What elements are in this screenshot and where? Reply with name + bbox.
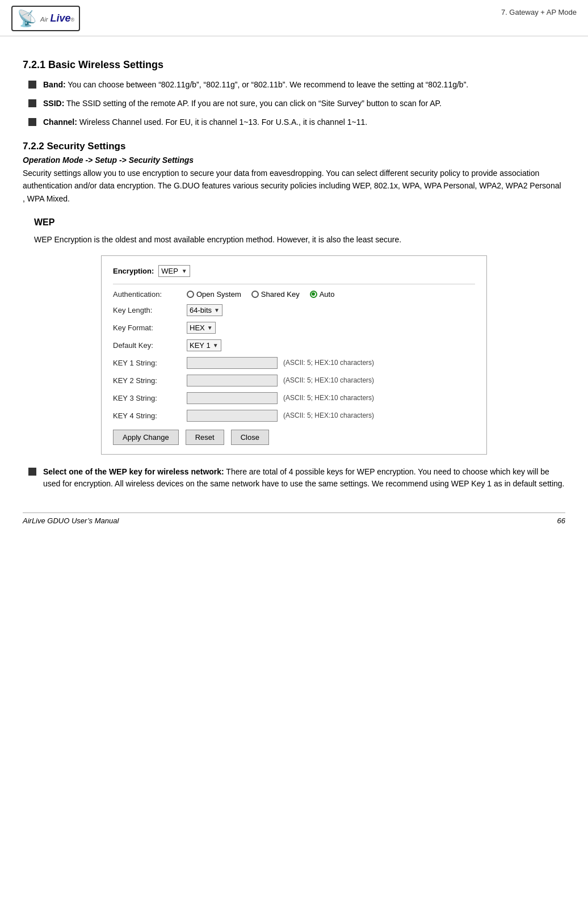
bullet-content-ssid: The SSID setting of the remote AP. If yo… [64, 99, 442, 108]
key-length-select[interactable]: 64-bits ▼ [187, 304, 222, 316]
antenna-icon: 📡 [17, 9, 37, 28]
logo-box: 📡 Air Live ® [11, 6, 80, 31]
bullet-text-channel: Channel: Wireless Channel used. For EU, … [43, 116, 565, 128]
bullet-band: Band: You can choose between “802.11g/b”… [28, 79, 565, 91]
bullet-label-select-wep: Select one of the WEP key for wireless n… [43, 467, 224, 476]
key3-hint: (ASCII: 5; HEX:10 characters) [283, 394, 374, 402]
section-7-2-2: 7.2.2 Security Settings Operation Mode -… [23, 141, 565, 205]
key-format-control: HEX ▼ [187, 322, 475, 334]
encryption-label: Encryption: [113, 267, 154, 275]
key-format-select[interactable]: HEX ▼ [187, 322, 216, 334]
page-header: 📡 Air Live ® 7. Gateway + AP Mode [0, 0, 588, 36]
key4-label: KEY 4 String: [113, 411, 187, 420]
key2-label: KEY 2 String: [113, 376, 187, 385]
section-7-2-2-title: 7.2.2 Security Settings [23, 141, 565, 152]
logo-air: Air [40, 16, 48, 23]
auth-radio-group: Open System Shared Key Auto [187, 290, 334, 299]
apply-change-button[interactable]: Apply Change [113, 430, 179, 445]
default-key-arrow-icon: ▼ [213, 342, 219, 348]
key2-row: KEY 2 String: (ASCII: 5; HEX:10 characte… [113, 375, 475, 387]
form-button-row: Apply Change Reset Close [113, 430, 475, 445]
footer-page-number: 66 [557, 516, 565, 525]
key-format-arrow-icon: ▼ [207, 325, 213, 331]
authentication-label: Authentication: [113, 290, 187, 299]
key-length-control: 64-bits ▼ [187, 304, 475, 316]
bullet-channel: Channel: Wireless Channel used. For EU, … [28, 116, 565, 128]
dropdown-arrow-icon: ▼ [182, 268, 187, 274]
encryption-select[interactable]: WEP ▼ [158, 265, 190, 277]
key3-input[interactable] [187, 392, 278, 404]
footer: AirLive GDUO User’s Manual 66 [23, 512, 565, 525]
radio-circle-shared [251, 291, 259, 298]
radio-shared-key[interactable]: Shared Key [251, 290, 300, 299]
key1-control: (ASCII: 5; HEX:10 characters) [187, 357, 475, 369]
key4-hint: (ASCII: 5; HEX:10 characters) [283, 411, 374, 419]
bullet-select-wep: Select one of the WEP key for wireless n… [28, 466, 565, 490]
default-key-label: Default Key: [113, 341, 187, 350]
bullet-square-band [28, 81, 36, 89]
key3-row: KEY 3 String: (ASCII: 5; HEX:10 characte… [113, 392, 475, 404]
auth-control-area: Open System Shared Key Auto [187, 290, 475, 299]
wep-form-box: Encryption: WEP ▼ Authentication: Open S… [101, 255, 487, 455]
key-format-row: Key Format: HEX ▼ [113, 322, 475, 334]
default-key-control: KEY 1 ▼ [187, 339, 475, 351]
wep-heading: WEP [34, 217, 565, 228]
close-button[interactable]: Close [231, 430, 269, 445]
bullet-text-select-wep: Select one of the WEP key for wireless n… [43, 466, 565, 490]
key-length-value: 64-bits [190, 306, 212, 314]
key1-hint: (ASCII: 5; HEX:10 characters) [283, 359, 374, 367]
logo-live: Live [50, 12, 70, 24]
key4-input[interactable] [187, 410, 278, 422]
radio-circle-auto [310, 291, 317, 298]
key2-input[interactable] [187, 375, 278, 387]
bullet-ssid: SSID: The SSID setting of the remote AP.… [28, 98, 565, 110]
bullet-content-band: You can choose between “802.11g/b”, “802… [66, 80, 469, 89]
radio-auto[interactable]: Auto [310, 290, 335, 299]
key2-hint: (ASCII: 5; HEX:10 characters) [283, 376, 374, 384]
key-length-label: Key Length: [113, 306, 187, 314]
authentication-row: Authentication: Open System Shared Key A… [113, 290, 475, 299]
wep-description: WEP Encryption is the oldest and most av… [34, 233, 565, 246]
encryption-row: Encryption: WEP ▼ [113, 265, 475, 277]
section-7-2-1: 7.2.1 Basic Wireless Settings Band: You … [23, 59, 565, 128]
bullet-square-ssid [28, 99, 36, 107]
radio-open-system[interactable]: Open System [187, 290, 241, 299]
bullet-content-channel: Wireless Channel used. For EU, it is cha… [77, 117, 367, 127]
form-divider [113, 284, 475, 284]
page-content: 7.2.1 Basic Wireless Settings Band: You … [0, 36, 588, 536]
key4-control: (ASCII: 5; HEX:10 characters) [187, 410, 475, 422]
encryption-value: WEP [161, 267, 178, 275]
key4-row: KEY 4 String: (ASCII: 5; HEX:10 characte… [113, 410, 475, 422]
bullet-text-ssid: SSID: The SSID setting of the remote AP.… [43, 98, 565, 110]
bullet-text-band: Band: You can choose between “802.11g/b”… [43, 79, 565, 91]
default-key-row: Default Key: KEY 1 ▼ [113, 339, 475, 351]
key3-label: KEY 3 String: [113, 394, 187, 402]
radio-circle-open [187, 291, 194, 298]
logo-area: 📡 Air Live ® [11, 6, 80, 31]
key-format-label: Key Format: [113, 324, 187, 332]
key1-input[interactable] [187, 357, 278, 369]
key-length-arrow-icon: ▼ [214, 307, 220, 313]
key-format-value: HEX [190, 324, 205, 332]
security-body-text: Security settings allow you to use encry… [23, 167, 565, 205]
page-header-title: 7. Gateway + AP Mode [501, 6, 577, 16]
default-key-select[interactable]: KEY 1 ▼ [187, 339, 221, 351]
bullet-label-ssid: SSID: [43, 99, 64, 108]
bullet-label-band: Band: [43, 80, 66, 89]
key-length-row: Key Length: 64-bits ▼ [113, 304, 475, 316]
footer-manual-text: AirLive GDUO User’s Manual [23, 516, 119, 525]
key1-label: KEY 1 String: [113, 359, 187, 367]
radio-label-shared: Shared Key [261, 290, 300, 299]
bullet-square-channel [28, 118, 36, 126]
key1-row: KEY 1 String: (ASCII: 5; HEX:10 characte… [113, 357, 475, 369]
default-key-value: KEY 1 [190, 341, 211, 350]
radio-label-open: Open System [196, 290, 241, 299]
key2-control: (ASCII: 5; HEX:10 characters) [187, 375, 475, 387]
key3-control: (ASCII: 5; HEX:10 characters) [187, 392, 475, 404]
bullet-square-select-wep [28, 468, 36, 476]
reset-button[interactable]: Reset [186, 430, 224, 445]
section-7-2-1-title: 7.2.1 Basic Wireless Settings [23, 59, 565, 71]
logo-registered: ® [70, 17, 74, 23]
op-mode-line: Operation Mode -> Setup -> Security Sett… [23, 156, 565, 165]
bullet-label-channel: Channel: [43, 117, 77, 127]
